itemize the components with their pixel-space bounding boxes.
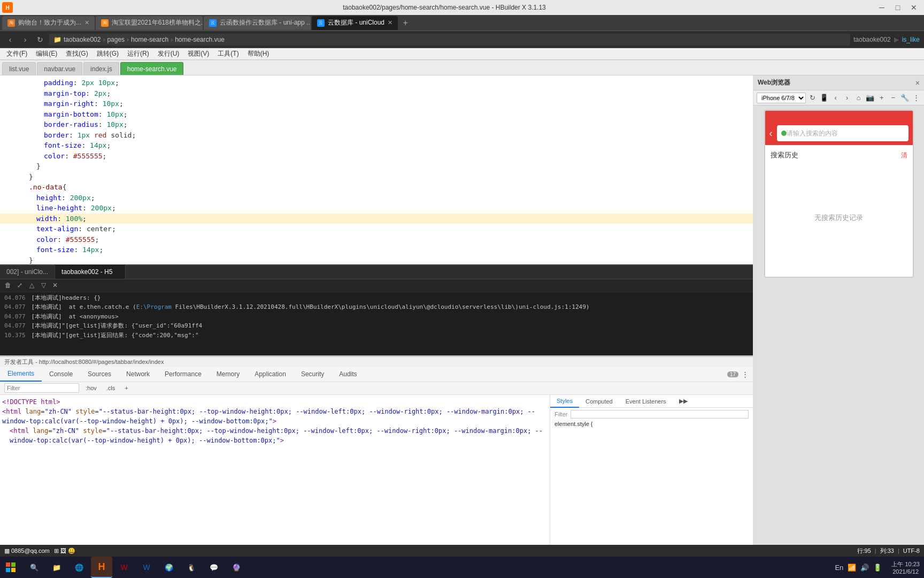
devtools-tab-elements[interactable]: Elements — [0, 367, 42, 382]
breadcrumb-part-3[interactable]: home-search — [131, 36, 168, 43]
menu-run[interactable]: 运行(R) — [123, 48, 153, 60]
browser-panel-toolbar: iPhone 6/7/8 ↻ 📱 ‹ › ⌂ 📷 + − 🔧 ⋮ — [753, 90, 924, 105]
console-up-btn[interactable]: △ — [27, 280, 36, 290]
close-button[interactable]: ✕ — [906, 0, 922, 15]
devtools-more-btn[interactable]: ⋮ — [742, 370, 749, 378]
browser-tab-3[interactable]: 云 云函数操作云数据库 - uni-app ... ✕ — [204, 16, 311, 30]
sb-icon-2[interactable]: 🖼 — [60, 547, 66, 554]
tab-close-1[interactable]: ✕ — [84, 19, 89, 26]
devtools-plus-filter[interactable]: + — [121, 385, 131, 391]
console-tab-h5[interactable]: taobaoke002 - H5 — [55, 265, 126, 279]
browser-tab-4[interactable]: 云 云数据库 - uniCloud ✕ — [312, 16, 398, 30]
breadcrumb-part-1[interactable]: taobaoke002 — [64, 36, 101, 43]
taskbar-icon-wechat[interactable]: 💬 — [203, 557, 225, 578]
console-clear-btn[interactable]: 🗑 — [3, 280, 13, 290]
devtools-tab-application[interactable]: Application — [247, 367, 294, 382]
bp-zoom-out-btn[interactable]: − — [889, 93, 898, 103]
forward-button[interactable]: › — [19, 34, 31, 45]
taskbar-icon-word[interactable]: W — [136, 557, 157, 578]
device-selector[interactable]: iPhone 6/7/8 — [757, 93, 806, 103]
tab-close-4[interactable]: ✕ — [388, 19, 392, 26]
devtools-hov-filter[interactable]: :hov — [82, 385, 100, 391]
menu-jump[interactable]: 跳转(G) — [93, 48, 123, 60]
html-line-1: <!DOCTYPE html> — [2, 397, 548, 407]
console-down-btn[interactable]: ▽ — [38, 280, 48, 290]
code-line: text-align: center; — [0, 224, 753, 234]
bp-forward-btn[interactable]: › — [843, 93, 852, 103]
tray-icon-volume[interactable]: 🔊 — [859, 562, 870, 573]
taskbar-icon-files[interactable]: 📁 — [46, 557, 67, 578]
taskbar-icon-browser[interactable]: 🌐 — [68, 557, 90, 578]
browser-panel-close-btn[interactable]: × — [915, 79, 920, 87]
taskbar-icon-hbuilder[interactable]: H — [91, 557, 112, 578]
code-editor[interactable]: padding: 2px 10px; margin-top: 2px; marg… — [0, 75, 753, 264]
styles-filter-row: Filter — [555, 410, 749, 419]
menu-help[interactable]: 帮助(H) — [243, 48, 274, 60]
taskbar-icon-extra[interactable]: 🔮 — [226, 557, 247, 578]
start-button[interactable] — [0, 557, 21, 578]
new-tab-button[interactable]: + — [399, 17, 412, 29]
devtools-styles-tab-computed[interactable]: Computed — [579, 395, 619, 408]
taskbar-icon-chrome[interactable]: 🌍 — [158, 557, 180, 578]
devtools-filter-input[interactable] — [4, 383, 79, 393]
code-scroll-area[interactable]: padding: 2px 10px; margin-top: 2px; marg… — [0, 75, 753, 264]
devtools-tab-security[interactable]: Security — [294, 367, 332, 382]
devtools-styles-tab-styles[interactable]: Styles — [550, 395, 579, 408]
editor-tab-navbar[interactable]: navbar.vue — [37, 62, 82, 75]
devtools-styles-tab-events[interactable]: Event Listeners — [619, 395, 673, 408]
console-expand-btn[interactable]: ⤢ — [15, 280, 25, 290]
tray-icon-battery[interactable]: 🔋 — [872, 562, 883, 573]
menu-edit[interactable]: 编辑(E) — [32, 48, 61, 60]
browser-tab-2[interactable]: 淘 淘宝联盟2021年618榜单物料之... ✕ — [96, 16, 203, 30]
devtools-tab-performance[interactable]: Performance — [157, 367, 209, 382]
reload-button[interactable]: ↻ — [34, 34, 46, 45]
bp-refresh-btn[interactable]: ↻ — [808, 93, 818, 103]
editor-tab-index[interactable]: index.js — [83, 62, 119, 75]
back-button[interactable]: ‹ — [4, 34, 16, 45]
breadcrumb[interactable]: 📁 taobaoke002 › pages › home-search › ho… — [49, 34, 850, 45]
phone-history-clear-btn[interactable]: 清 — [901, 151, 907, 160]
taskbar-icon-wps[interactable]: W — [113, 557, 135, 578]
taskbar-icon-qq[interactable]: 🐧 — [181, 557, 202, 578]
tray-icon-keyboard[interactable]: En — [834, 562, 844, 573]
breadcrumb-part-4[interactable]: home-search.vue — [175, 36, 225, 43]
menu-file[interactable]: 文件(F) — [2, 48, 32, 60]
styles-filter-input[interactable] — [571, 410, 749, 419]
code-editor-section: padding: 2px 10px; margin-top: 2px; marg… — [0, 75, 753, 545]
console-tab-uniclo[interactable]: 002] - uniClo... — [0, 265, 55, 279]
bp-back-btn[interactable]: ‹ — [831, 93, 841, 103]
editor-tab-homesearch[interactable]: home-search.vue — [120, 62, 184, 75]
browser-tab-1[interactable]: 淘 购物台！致力于成为... ✕ — [2, 16, 95, 30]
sb-icon-1[interactable]: ⊞ — [54, 547, 59, 554]
system-clock[interactable]: 上午 10:23 2021/6/12 — [887, 560, 924, 575]
menu-find[interactable]: 查找(G) — [61, 48, 92, 60]
sb-icon-3[interactable]: 😀 — [68, 547, 75, 554]
devtools-cls-filter[interactable]: .cls — [103, 385, 119, 391]
menu-publish[interactable]: 发行(U) — [153, 48, 184, 60]
taskbar-icon-search[interactable]: 🔍 — [24, 557, 45, 578]
devtools-html-panel[interactable]: <!DOCTYPE html> <html lang="zh-CN" style… — [0, 395, 550, 545]
devtools-tab-sources[interactable]: Sources — [80, 367, 119, 382]
bp-more-btn[interactable]: ⋮ — [912, 93, 921, 103]
devtools-tab-memory[interactable]: Memory — [209, 367, 247, 382]
tray-icon-network[interactable]: 📶 — [846, 562, 857, 573]
bp-home-btn[interactable]: ⌂ — [854, 93, 864, 103]
menu-view[interactable]: 视图(V) — [183, 48, 213, 60]
minimize-button[interactable]: ─ — [874, 0, 890, 15]
phone-back-button[interactable]: ‹ — [769, 128, 773, 139]
breadcrumb-part-2[interactable]: pages — [107, 36, 125, 43]
browser-panel-header: Web浏览器 × — [753, 75, 924, 90]
devtools-tab-audits[interactable]: Audits — [332, 367, 364, 382]
phone-search-input[interactable]: 请输入搜索的内容 — [777, 125, 908, 141]
bp-zoom-in-btn[interactable]: + — [877, 93, 887, 103]
bp-screenshot-btn[interactable]: 📷 — [866, 93, 875, 103]
devtools-tab-console[interactable]: Console — [42, 367, 80, 382]
bp-toggle-mobile-btn[interactable]: 📱 — [820, 93, 829, 103]
bp-devtools-btn[interactable]: 🔧 — [900, 93, 910, 103]
maximize-button[interactable]: □ — [890, 0, 906, 15]
console-close-btn[interactable]: ✕ — [50, 280, 60, 290]
menu-tools[interactable]: 工具(T) — [213, 48, 243, 60]
devtools-tab-network[interactable]: Network — [119, 367, 157, 382]
devtools-styles-tab-more[interactable]: ▶▶ — [673, 395, 694, 408]
editor-tab-list[interactable]: list.vue — [2, 62, 36, 75]
